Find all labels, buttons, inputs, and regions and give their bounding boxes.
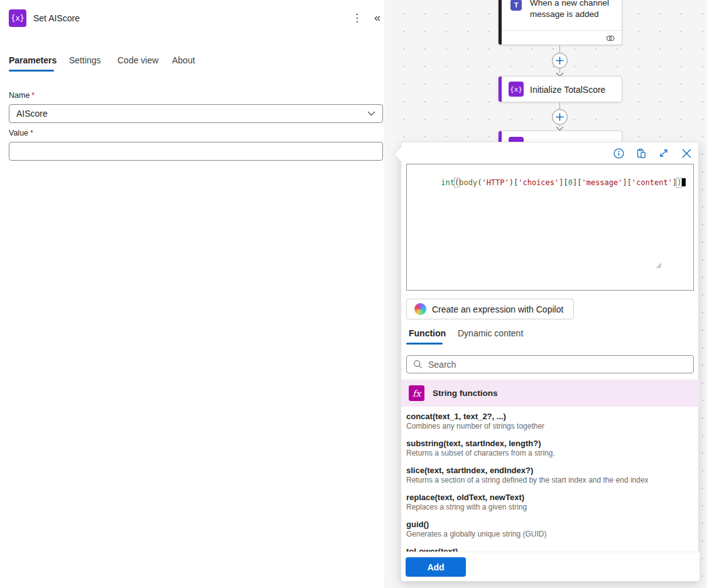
value-field-label: Value* [9,129,33,137]
tab-about[interactable]: About [172,55,195,65]
flyout-footer: Add [401,552,699,581]
action-accent-bar [499,77,502,102]
expression-editor-flyout: int(body('HTTP')['choices'][0]['message'… [401,142,699,580]
list-item-substring[interactable]: substring(text, startIndex, length?) Ret… [406,439,694,466]
group-title: String functions [433,388,498,398]
connector-line [559,45,560,53]
search-icon [413,360,423,369]
variable-icon: {x} [509,82,524,97]
collapse-panel-icon[interactable]: « [374,12,380,23]
tab-settings[interactable]: Settings [69,55,101,65]
panel-title: Set AIScore [33,13,80,23]
name-field-label: Name* [9,91,35,100]
tab-parameters[interactable]: Parameters [9,55,57,65]
power-automate-designer: T When a new channel message is added [0,0,707,588]
trigger-title-line1: When a new channel [530,0,609,9]
link-rings-icon[interactable] [605,34,615,43]
add-button[interactable]: Add [406,557,466,577]
insert-step-button[interactable] [552,53,568,68]
insert-step-button[interactable] [552,109,568,125]
info-icon[interactable] [611,146,626,161]
more-actions-kebab-icon[interactable]: ⋮ [352,13,362,23]
tab-code-view[interactable]: Code view [117,55,158,65]
teams-icon: T [510,0,522,11]
trigger-card[interactable]: T When a new channel message is added [498,0,622,45]
variable-icon: {x} [9,9,26,27]
function-search [406,355,694,373]
action-card-initialize-totalscore[interactable]: {x} Initialize TotalScore [498,76,622,102]
paste-clipboard-icon[interactable] [634,146,649,161]
string-functions-group-header[interactable]: fx String functions [401,380,699,407]
trigger-title-line2: message is added [530,9,609,20]
list-item-replace[interactable]: replace(text, oldText, newText) Replaces… [406,493,694,520]
trigger-card-footer [502,30,622,45]
copilot-icon [414,303,426,315]
action-details-panel: {x} Set AIScore ⋮ « Parameters Settings … [0,0,384,588]
active-tab-underline [9,70,54,72]
tab-dynamic-content[interactable]: Dynamic content [458,328,523,338]
flyout-toolbar [611,146,694,161]
active-tab-underline [406,343,443,345]
create-expression-copilot-button[interactable]: Create an expression with Copilot [406,299,574,319]
tab-function[interactable]: Function [409,328,446,338]
list-item-guid[interactable]: guid() Generates a globally unique strin… [406,520,694,547]
list-item-slice[interactable]: slice(text, startIndex, endIndex?) Retur… [406,466,694,493]
name-dropdown-value: AIScore [16,109,48,119]
flyout-tab-bar: Function Dynamic content [401,328,698,345]
expand-icon[interactable] [656,146,671,161]
chevron-down-icon [367,111,375,116]
expression-code-editor[interactable]: int(body('HTTP')['choices'][0]['message'… [406,164,694,291]
search-input[interactable] [428,360,693,370]
panel-tab-bar: Parameters Settings Code view About [0,55,384,73]
function-list: concat(text_1, text_2?, ...) Combines an… [406,412,694,552]
name-dropdown[interactable]: AIScore [9,104,383,123]
resize-grip-icon[interactable] [656,242,692,289]
fx-icon: fx [409,385,424,401]
list-item-concat[interactable]: concat(text_1, text_2?, ...) Combines an… [406,412,694,439]
connector-line [559,102,560,109]
list-item-tolower[interactable]: toLower(text) [406,547,694,552]
close-icon[interactable] [679,146,694,161]
value-input[interactable] [9,142,383,161]
text-cursor [681,178,686,186]
action-card-title: Initialize TotalScore [530,85,605,95]
